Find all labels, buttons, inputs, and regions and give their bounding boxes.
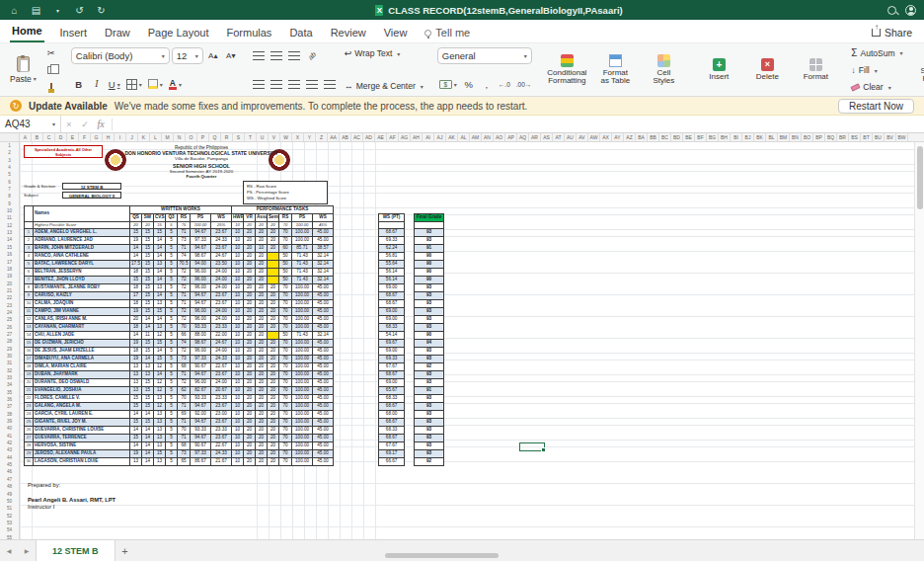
autosave-caret-icon[interactable] xyxy=(51,4,64,17)
grid-cell[interactable]: 70 xyxy=(279,458,292,466)
grid-cell[interactable]: 94.67 xyxy=(191,435,211,442)
grid-cell[interactable]: 15 xyxy=(154,450,166,458)
grid-cell[interactable]: 14 xyxy=(130,245,142,253)
grid-cell[interactable]: 71 xyxy=(178,371,191,379)
grid-cell[interactable]: 71 xyxy=(178,403,191,411)
row-header[interactable]: 45 xyxy=(0,461,19,468)
row-header[interactable]: 6 xyxy=(0,179,19,186)
grid-cell[interactable]: 12 xyxy=(154,363,166,371)
grid-cell[interactable]: 20 xyxy=(142,222,154,229)
grid-cell[interactable]: 15 xyxy=(142,379,154,387)
final-grade-column-header[interactable]: Final Grade xyxy=(415,214,444,222)
grid-cell[interactable]: 15 xyxy=(142,403,154,411)
grid-cell[interactable]: 20 xyxy=(256,411,268,419)
ws-pt-cell[interactable]: 68.67 xyxy=(379,419,405,427)
column-header[interactable]: BI xyxy=(731,133,742,141)
column-header[interactable]: AM xyxy=(470,133,482,141)
grid-cell[interactable]: 20 xyxy=(256,442,268,450)
grid-cell[interactable]: 20 xyxy=(256,340,268,348)
ws-pt-cell[interactable]: 69.00 xyxy=(379,348,405,356)
grid-cell[interactable]: 5 xyxy=(166,277,178,284)
grid-cell[interactable]: 15 xyxy=(154,308,166,316)
grid-cell[interactable]: 94.67 xyxy=(191,371,211,379)
student-number-cell[interactable]: 17 xyxy=(25,356,34,363)
grid-cell[interactable]: 10 xyxy=(232,229,244,237)
column-header[interactable]: C xyxy=(43,133,55,141)
grid-cell[interactable]: 94.67 xyxy=(191,403,211,411)
final-grade-cell[interactable]: 93 xyxy=(415,435,444,442)
column-header[interactable]: O xyxy=(186,133,197,141)
grid-cell[interactable]: 14 xyxy=(142,324,154,332)
row-header[interactable]: 39 xyxy=(0,418,19,425)
grid-cell[interactable]: 70 xyxy=(279,300,292,308)
student-number-cell[interactable]: 23 xyxy=(25,403,34,411)
grid-cell[interactable]: 70 xyxy=(279,363,292,371)
column-header[interactable]: AB xyxy=(340,133,351,141)
grid-cell[interactable]: 20 xyxy=(130,222,142,229)
row-header[interactable]: 48 xyxy=(0,483,19,490)
grid-cell[interactable]: 94.67 xyxy=(191,245,211,253)
grid-cell[interactable] xyxy=(268,253,279,261)
grid-cell[interactable]: 5 xyxy=(166,222,178,229)
grid-cell[interactable]: 5 xyxy=(166,379,178,387)
row-header[interactable]: 14 xyxy=(0,236,19,243)
grid-cell[interactable]: 70 xyxy=(279,356,292,363)
share-button[interactable]: Share xyxy=(870,23,914,42)
ws-pt-cell[interactable]: 69.00 xyxy=(379,316,405,324)
grid-cell[interactable]: 13 xyxy=(154,300,166,308)
ribbon-tab[interactable]: Page Layout xyxy=(146,23,211,42)
decrease-decimal-button[interactable] xyxy=(514,76,534,92)
grid-cell[interactable]: 94.67 xyxy=(191,292,211,300)
grid-cell[interactable]: 14 xyxy=(154,277,166,284)
conditional-formatting-button[interactable]: Conditional Formatting xyxy=(545,46,588,93)
student-number-cell[interactable]: 9 xyxy=(25,292,34,300)
grid-cell[interactable]: 38.57 xyxy=(313,245,334,253)
grid-cell[interactable]: 20 xyxy=(256,458,268,466)
ws-pt-cell[interactable]: 67.67 xyxy=(379,363,405,371)
grid-cell[interactable]: 70 xyxy=(279,435,292,442)
grid-cell[interactable]: 23.67 xyxy=(211,245,232,253)
grid-cell[interactable]: 70 xyxy=(279,324,292,332)
column-header[interactable]: U xyxy=(257,133,269,141)
grid-cell[interactable]: 24.00 xyxy=(211,316,232,324)
grid-cell[interactable]: 22.67 xyxy=(211,363,232,371)
grid-cell[interactable]: 45.00 xyxy=(313,403,334,411)
student-number-cell[interactable]: 1 xyxy=(25,229,34,237)
row-header[interactable]: 1 xyxy=(0,142,19,149)
grid-cell[interactable]: 15 xyxy=(154,222,166,229)
grid-cell[interactable]: 18 xyxy=(130,300,142,308)
student-name-cell[interactable]: CANLAS, IRISH ANNE M. xyxy=(34,316,130,324)
grid-cell[interactable]: 70 xyxy=(178,395,191,403)
grid-cell[interactable]: 10 xyxy=(232,450,244,458)
grid-cell[interactable]: 60 xyxy=(279,245,292,253)
grid-cell[interactable]: 20 xyxy=(268,419,279,427)
decrease-font-size-button[interactable] xyxy=(223,48,239,64)
grid-cell[interactable]: 20 xyxy=(268,403,279,411)
row-header[interactable]: 50 xyxy=(0,498,19,505)
column-header[interactable]: AF xyxy=(387,133,399,141)
grid-cell[interactable]: 5 xyxy=(166,332,178,340)
grid-cell[interactable]: 88.00 xyxy=(191,332,211,340)
column-header[interactable]: BD xyxy=(671,133,683,141)
grid-cell[interactable]: 71.43 xyxy=(292,253,313,261)
column-header[interactable]: F xyxy=(79,133,91,141)
grid-cell[interactable]: 20 xyxy=(244,292,256,300)
column-header[interactable]: BG xyxy=(707,133,719,141)
grid-cell[interactable]: 32.14 xyxy=(313,332,334,340)
grid-cell[interactable]: 15 xyxy=(154,340,166,348)
grid-cell[interactable]: 20 xyxy=(256,356,268,363)
grid-cell[interactable]: 14 xyxy=(154,237,166,245)
ws-pt-cell[interactable]: 54.14 xyxy=(379,332,405,340)
grid-cell[interactable]: 70 xyxy=(279,411,292,419)
grid-cell[interactable]: 5 xyxy=(166,387,178,395)
grid-cell[interactable]: 20 xyxy=(256,450,268,458)
final-grade-cell[interactable]: 93 xyxy=(415,442,444,450)
grid-cell[interactable]: 10 xyxy=(232,284,244,292)
grid-cell[interactable]: 73 xyxy=(178,237,191,245)
grid-cell[interactable]: 10 xyxy=(232,292,244,300)
row-header[interactable]: 41 xyxy=(0,433,19,440)
student-number-cell[interactable]: 19 xyxy=(25,371,34,379)
grid-cell[interactable]: 20 xyxy=(268,395,279,403)
ww-col-header[interactable]: SW xyxy=(142,214,154,222)
ws-pt-cell[interactable]: 62.24 xyxy=(379,245,405,253)
